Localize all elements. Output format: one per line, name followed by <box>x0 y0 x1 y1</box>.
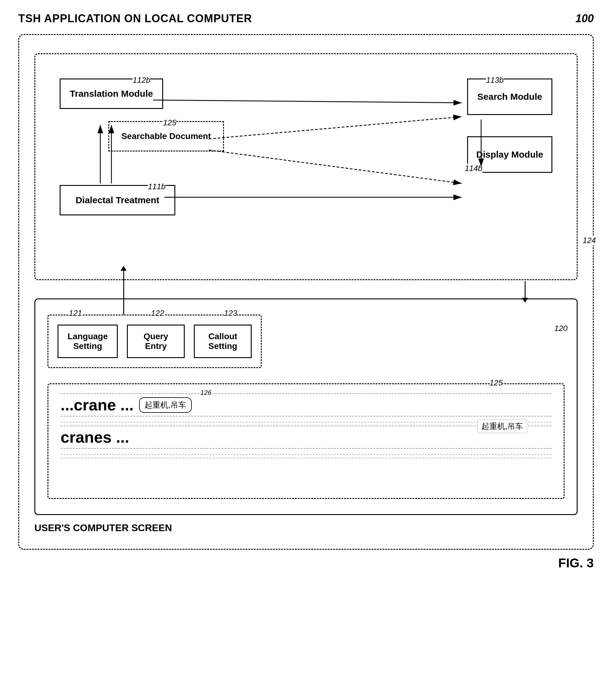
display-to-screen-arrow <box>522 281 528 303</box>
user-screen-label: USER'S COMPUTER SCREEN <box>34 522 578 534</box>
language-setting-label: Language Setting <box>68 332 108 351</box>
svg-line-2 <box>153 100 462 103</box>
svg-line-4 <box>209 117 462 139</box>
callout-123: 123 <box>224 308 237 318</box>
chinese-tooltip-crane: 起重机,吊车 <box>139 397 192 413</box>
callout-121: 121 <box>69 308 82 318</box>
doc-separator-3 <box>60 458 552 459</box>
callout-126: 126 <box>200 389 211 397</box>
app-box: Translation Module 112b Search Module 11… <box>18 34 594 550</box>
doc-line-cranes: cranes ... 起重机,吊车 <box>60 425 552 449</box>
doc-preview-box: 125 ...crane ... 起重机,吊车 126 cranes ... 起… <box>47 383 565 499</box>
callout-114b: 114b <box>465 164 482 173</box>
cranes-text: cranes ... <box>60 428 129 446</box>
tsh-modules-area: Translation Module 112b Search Module 11… <box>47 69 565 264</box>
callout-120: 120 <box>555 324 568 333</box>
callout-125a: 125 <box>163 118 176 127</box>
search-module: Search Module <box>467 79 552 115</box>
callout-113b: 113b <box>486 75 504 85</box>
crane-text: ...crane ... <box>60 396 134 414</box>
callout-setting-label: Callout Setting <box>208 332 237 351</box>
query-entry-label: Query Entry <box>144 332 168 351</box>
callout-125b: 125 <box>490 378 503 388</box>
callout-122: 122 <box>151 308 164 318</box>
doc-separator-2 <box>60 454 552 455</box>
app-number: 100 <box>575 12 594 25</box>
language-setting-box: Language Setting <box>57 325 118 358</box>
callout-124: 124 <box>583 236 596 245</box>
crane-line-dashed: ...crane ... 起重机,吊车 126 <box>60 393 552 417</box>
app-title: TSH APPLICATION ON LOCAL COMPUTER <box>18 12 252 25</box>
user-screen-box: Language Setting Query Entry Callout Set… <box>34 298 578 515</box>
svg-line-5 <box>209 150 462 183</box>
ui-to-dialectal-arrow <box>121 266 127 314</box>
tsh-inner-box: Translation Module 112b Search Module 11… <box>34 53 578 280</box>
callout-112b: 112b <box>133 75 150 85</box>
ui-panel: Language Setting Query Entry Callout Set… <box>47 314 262 368</box>
callout-111b: 111b <box>148 182 166 191</box>
callout-setting-box: Callout Setting <box>194 325 252 358</box>
cranes-line-dashed: cranes ... 起重机,吊车 <box>60 425 552 449</box>
fig-label: FIG. 3 <box>18 556 594 570</box>
chinese-inline-cranes: 起重机,吊车 <box>477 420 527 433</box>
query-entry-box: Query Entry <box>127 325 185 358</box>
doc-line-crane: ...crane ... 起重机,吊车 126 <box>60 393 552 417</box>
